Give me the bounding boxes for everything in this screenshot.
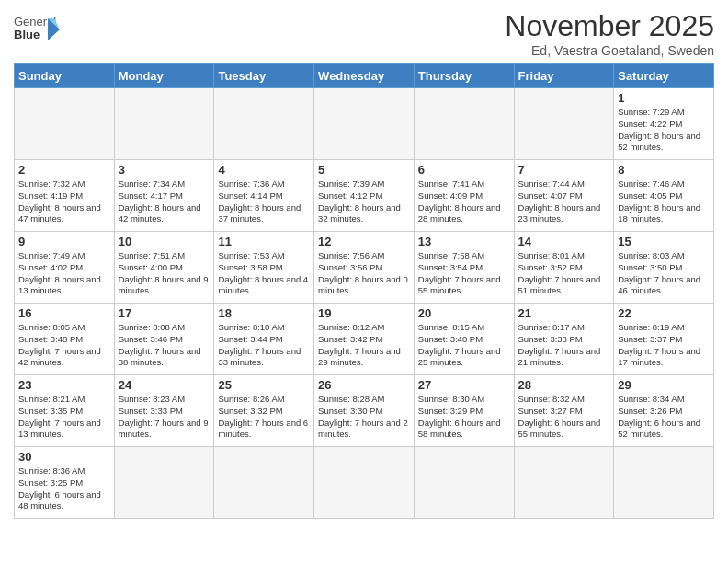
day-6: 6 Sunrise: 7:41 AMSunset: 4:09 PMDayligh… bbox=[414, 160, 514, 232]
week-row-5: 23 Sunrise: 8:21 AMSunset: 3:35 PMDaylig… bbox=[15, 375, 714, 447]
week-row-1: 1 Sunrise: 7:29 AM Sunset: 4:22 PM Dayli… bbox=[15, 88, 714, 160]
calendar-subtitle: Ed, Vaestra Goetaland, Sweden bbox=[505, 43, 714, 58]
day-10: 10 Sunrise: 7:51 AMSunset: 4:00 PMDaylig… bbox=[114, 232, 214, 304]
empty-cell bbox=[514, 447, 614, 519]
day-19: 19 Sunrise: 8:12 AMSunset: 3:42 PMDaylig… bbox=[314, 304, 415, 375]
empty-cell bbox=[114, 88, 214, 160]
week-row-3: 9 Sunrise: 7:49 AMSunset: 4:02 PMDayligh… bbox=[15, 232, 714, 304]
calendar-table: Sunday Monday Tuesday Wednesday Thursday… bbox=[14, 63, 714, 519]
day-21: 21 Sunrise: 8:17 AMSunset: 3:38 PMDaylig… bbox=[514, 304, 614, 375]
day-8: 8 Sunrise: 7:46 AMSunset: 4:05 PMDayligh… bbox=[614, 160, 714, 232]
day-27: 27 Sunrise: 8:30 AMSunset: 3:29 PMDaylig… bbox=[414, 375, 514, 447]
day-14: 14 Sunrise: 8:01 AMSunset: 3:52 PMDaylig… bbox=[514, 232, 614, 304]
header-saturday: Saturday bbox=[614, 64, 714, 88]
day-28: 28 Sunrise: 8:32 AMSunset: 3:27 PMDaylig… bbox=[514, 375, 614, 447]
day-22: 22 Sunrise: 8:19 AMSunset: 3:37 PMDaylig… bbox=[614, 304, 714, 375]
empty-cell bbox=[414, 447, 514, 519]
day-25: 25 Sunrise: 8:26 AMSunset: 3:32 PMDaylig… bbox=[214, 375, 314, 447]
empty-cell bbox=[15, 88, 115, 160]
header: GeneralBlue November 2025 Ed, Vaestra Go… bbox=[14, 9, 714, 58]
empty-cell bbox=[614, 447, 714, 519]
logo-svg: GeneralBlue bbox=[14, 9, 60, 46]
day-12: 12 Sunrise: 7:56 AMSunset: 3:56 PMDaylig… bbox=[314, 232, 415, 304]
weekday-header-row: Sunday Monday Tuesday Wednesday Thursday… bbox=[15, 64, 714, 88]
day-7: 7 Sunrise: 7:44 AMSunset: 4:07 PMDayligh… bbox=[514, 160, 614, 232]
day-30: 30 Sunrise: 8:36 AMSunset: 3:25 PMDaylig… bbox=[15, 447, 115, 519]
empty-cell bbox=[514, 88, 614, 160]
empty-cell bbox=[214, 447, 314, 519]
day-17: 17 Sunrise: 8:08 AMSunset: 3:46 PMDaylig… bbox=[114, 304, 214, 375]
page: GeneralBlue November 2025 Ed, Vaestra Go… bbox=[0, 0, 728, 563]
day-4: 4 Sunrise: 7:36 AMSunset: 4:14 PMDayligh… bbox=[214, 160, 314, 232]
day-11: 11 Sunrise: 7:53 AMSunset: 3:58 PMDaylig… bbox=[214, 232, 314, 304]
header-thursday: Thursday bbox=[414, 64, 514, 88]
week-row-4: 16 Sunrise: 8:05 AMSunset: 3:48 PMDaylig… bbox=[15, 304, 714, 375]
day-15: 15 Sunrise: 8:03 AMSunset: 3:50 PMDaylig… bbox=[614, 232, 714, 304]
header-friday: Friday bbox=[514, 64, 614, 88]
header-sunday: Sunday bbox=[15, 64, 115, 88]
empty-cell bbox=[314, 88, 415, 160]
day-20: 20 Sunrise: 8:15 AMSunset: 3:40 PMDaylig… bbox=[414, 304, 514, 375]
day-26: 26 Sunrise: 8:28 AMSunset: 3:30 PMDaylig… bbox=[314, 375, 415, 447]
empty-cell bbox=[214, 88, 314, 160]
empty-cell bbox=[314, 447, 415, 519]
logo: GeneralBlue bbox=[14, 9, 60, 46]
svg-text:Blue: Blue bbox=[14, 28, 40, 41]
empty-cell bbox=[414, 88, 514, 160]
empty-cell bbox=[114, 447, 214, 519]
title-section: November 2025 Ed, Vaestra Goetaland, Swe… bbox=[505, 9, 714, 58]
day-3: 3 Sunrise: 7:34 AMSunset: 4:17 PMDayligh… bbox=[114, 160, 214, 232]
header-wednesday: Wednesday bbox=[314, 64, 415, 88]
day-24: 24 Sunrise: 8:23 AMSunset: 3:33 PMDaylig… bbox=[114, 375, 214, 447]
day-18: 18 Sunrise: 8:10 AMSunset: 3:44 PMDaylig… bbox=[214, 304, 314, 375]
day-13: 13 Sunrise: 7:58 AMSunset: 3:54 PMDaylig… bbox=[414, 232, 514, 304]
day-1: 1 Sunrise: 7:29 AM Sunset: 4:22 PM Dayli… bbox=[614, 88, 714, 160]
header-tuesday: Tuesday bbox=[214, 64, 314, 88]
day-16: 16 Sunrise: 8:05 AMSunset: 3:48 PMDaylig… bbox=[15, 304, 115, 375]
day-23: 23 Sunrise: 8:21 AMSunset: 3:35 PMDaylig… bbox=[15, 375, 115, 447]
day-29: 29 Sunrise: 8:34 AMSunset: 3:26 PMDaylig… bbox=[614, 375, 714, 447]
header-monday: Monday bbox=[114, 64, 214, 88]
day-2: 2 Sunrise: 7:32 AMSunset: 4:19 PMDayligh… bbox=[15, 160, 115, 232]
week-row-2: 2 Sunrise: 7:32 AMSunset: 4:19 PMDayligh… bbox=[15, 160, 714, 232]
week-row-6: 30 Sunrise: 8:36 AMSunset: 3:25 PMDaylig… bbox=[15, 447, 714, 519]
calendar-title: November 2025 bbox=[505, 9, 714, 43]
day-9: 9 Sunrise: 7:49 AMSunset: 4:02 PMDayligh… bbox=[15, 232, 115, 304]
day-5: 5 Sunrise: 7:39 AMSunset: 4:12 PMDayligh… bbox=[314, 160, 415, 232]
